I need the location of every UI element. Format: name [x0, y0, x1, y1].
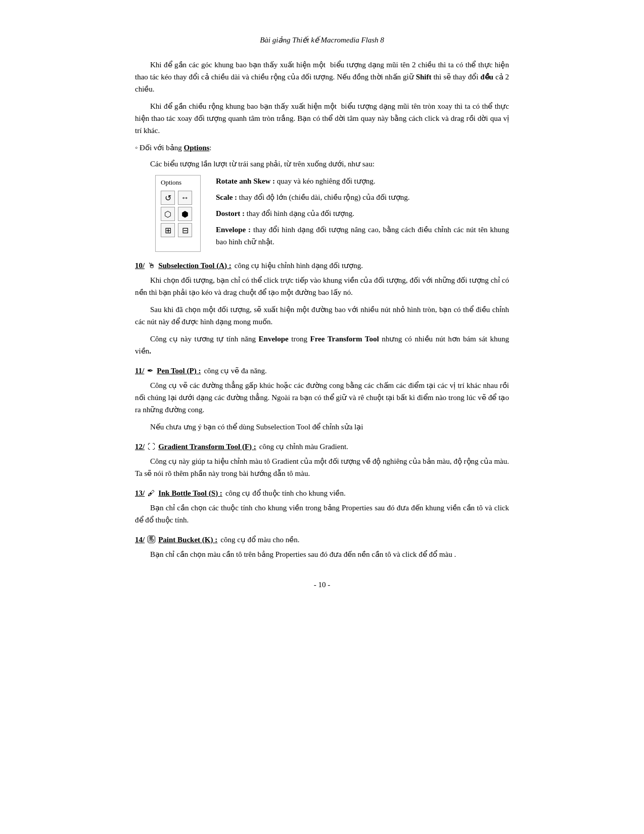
paragraph-2: Khi để gần chiều rộng khung bao bạn thấy… — [135, 100, 509, 137]
section-14-num: 14/ — [135, 536, 145, 544]
envelope-icon: ⊞ — [161, 223, 175, 237]
section-12-title: Gradient Transform Tool (F) : — [158, 443, 256, 451]
section-10-p1: Khi chọn đối tượng, bạn chỉ có thể click… — [135, 274, 509, 298]
options-box-title: Options — [161, 179, 181, 187]
envelope-icon-2: ⊟ — [178, 223, 192, 237]
distort-icon: ⬡ — [161, 207, 175, 221]
options-section: ◦ Đối với bảng Options: Các biểu tượng l… — [135, 142, 509, 252]
opt-envelope: Envelope : thay đổi hình dạng đối tượng … — [216, 224, 509, 248]
options-box: Options ↺ ↔ ⬡ ⬢ ⊞ ⊟ — [155, 175, 201, 252]
subselection-tool-icon: 🖱 — [148, 261, 155, 270]
options-bold-label: Options — [184, 144, 210, 152]
section-10-p3: Công cụ này tương tự tính năng Envelope … — [135, 333, 509, 357]
section-11-title: Pen Tool (P) : — [157, 367, 201, 375]
page-number: - 10 - — [314, 581, 331, 589]
distort-icon-2: ⬢ — [178, 207, 192, 221]
opt-distort: Dostort : thay đổi hình dạng của đối tượ… — [216, 207, 509, 220]
section-13-title: Ink Bottle Tool (S) : — [158, 489, 222, 498]
section-12-intro: công cụ chỉnh màu Gradient. — [259, 442, 348, 451]
paint-bucket-tool-icon: 🩣 — [148, 536, 155, 544]
opt-scale: Scale : thay đổi độ lớn (chiều dài, chiề… — [216, 191, 509, 203]
section-13-p1: Bạn chỉ cần chọn các thuộc tính cho khun… — [135, 502, 509, 526]
section-11-intro: công cụ vẽ đa năng. — [204, 366, 266, 375]
rotate-skew-icon: ↺ — [161, 191, 175, 205]
page-footer: - 10 - — [135, 581, 509, 589]
ink-bottle-tool-icon: 🖋 — [148, 489, 155, 498]
options-icon-row-1: ↺ ↔ — [161, 191, 192, 205]
section-11-p1: Công cụ vẽ các đường thẳng gấp khúc hoặc… — [135, 379, 509, 416]
paragraph-1: Khi để gần các góc khung bao bạn thấy xu… — [135, 59, 509, 95]
options-list-desc: Các biểu tượng lần lượt từ trái sang phả… — [135, 158, 509, 170]
page-header: Bài giảng Thiết kế Macromedia Flash 8 — [135, 35, 509, 45]
header-title: Bài giảng Thiết kế Macromedia Flash 8 — [260, 36, 384, 44]
page: Bài giảng Thiết kế Macromedia Flash 8 Kh… — [95, 10, 549, 620]
options-inner: Options ↺ ↔ ⬡ ⬢ ⊞ ⊟ Rotate anh Skew : qu… — [155, 175, 509, 252]
options-icon-row-2: ⬡ ⬢ — [161, 207, 192, 221]
section-12-num: 12/ — [135, 443, 145, 451]
options-descriptions: Rotate anh Skew : quay và kéo nghiêng đố… — [216, 175, 509, 252]
options-icon-row-3: ⊞ ⊟ — [161, 223, 192, 237]
gradient-transform-tool-icon: ⛶ — [148, 443, 155, 451]
section-13-num: 13/ — [135, 489, 145, 498]
opt-rotate-skew: Rotate anh Skew : quay và kéo nghiêng đố… — [216, 175, 509, 187]
section-13-heading: 13/ 🖋 Ink Bottle Tool (S) : công cụ đổ t… — [135, 489, 509, 498]
section-11-heading: 11/ ✒ Pen Tool (P) : công cụ vẽ đa năng. — [135, 366, 509, 375]
pen-tool-icon: ✒ — [147, 366, 154, 375]
scale-icon: ↔ — [178, 191, 192, 205]
section-14-heading: 14/ 🩣 Paint Bucket (K) : công cụ đổ màu … — [135, 535, 509, 544]
section-11-p2: Nếu chưa ưng ý bạn có thể dùng Subselect… — [135, 421, 509, 433]
section-12-p1: Công cụ này giúp ta hiệu chỉnh màu tô Gr… — [135, 455, 509, 479]
section-10-heading: 10/ 🖱 Subselection Tool (A) : công cụ hi… — [135, 261, 509, 270]
section-14-p1: Bạn chỉ cần chọn màu cần tô trên bảng Pr… — [135, 548, 509, 560]
section-11-num: 11/ — [135, 367, 144, 375]
section-14-intro: công cụ đổ màu cho nền. — [220, 535, 299, 544]
section-10-p2: Sau khi đã chọn một đối tượng, sẽ xuất h… — [135, 303, 509, 328]
section-13-intro: công cụ đổ thuộc tính cho khung viền. — [225, 489, 346, 498]
options-label: ◦ Đối với bảng Options: — [135, 142, 509, 154]
section-10-num: 10/ — [135, 261, 145, 270]
section-14-title: Paint Bucket (K) : — [158, 536, 217, 544]
section-10-intro: công cụ hiệu chỉnh hình dạng đối tượng. — [235, 261, 363, 270]
section-10-title: Subselection Tool (A) : — [158, 261, 232, 270]
section-12-heading: 12/ ⛶ Gradient Transform Tool (F) : công… — [135, 442, 509, 451]
